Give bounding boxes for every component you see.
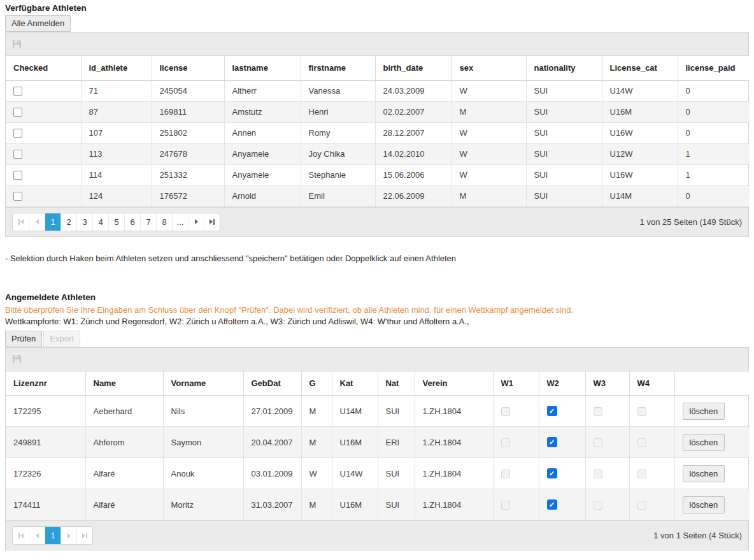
col-header-license-paid[interactable]: license_paid xyxy=(678,56,750,80)
col-header-verein[interactable]: Verein xyxy=(415,371,493,396)
available-athletes-table: Checked id_athlete license lastname firs… xyxy=(6,56,750,207)
next-page-button[interactable] xyxy=(188,213,204,231)
athlete-row[interactable]: 107 251802 Annen Romy 28.12.2007 W SUI U… xyxy=(6,122,750,143)
registered-row[interactable]: 174411 Alfaré Moritz 31.03.2007 M U16M S… xyxy=(6,489,750,521)
delete-button[interactable]: löschen xyxy=(683,434,725,451)
cell-license: 176572 xyxy=(152,185,224,206)
row-checkbox[interactable] xyxy=(13,129,22,138)
col-header-w1[interactable]: W1 xyxy=(493,371,539,396)
first-page-icon xyxy=(18,219,24,225)
more-pages-button[interactable]: ... xyxy=(172,213,188,231)
w4-checkbox xyxy=(637,501,646,510)
athlete-row[interactable]: 87 169811 Amstutz Henri 02.02.2007 M SUI… xyxy=(6,101,750,122)
col-header-nationality[interactable]: nationality xyxy=(526,56,602,80)
col-header-nat[interactable]: Nat xyxy=(378,371,415,396)
col-header-firstname[interactable]: firstname xyxy=(301,56,375,80)
col-header-w3[interactable]: W3 xyxy=(585,371,629,396)
last-page-icon xyxy=(210,219,215,225)
page-button-8[interactable]: 8 xyxy=(156,213,172,231)
page-button-5[interactable]: 5 xyxy=(108,213,124,231)
w2-checkbox[interactable] xyxy=(547,406,557,416)
col-header-name[interactable]: Name xyxy=(85,371,163,396)
w1-checkbox xyxy=(501,407,510,416)
row-checkbox[interactable] xyxy=(13,87,22,96)
col-header-lastname[interactable]: lastname xyxy=(224,56,301,80)
cell-license-cat: U14W xyxy=(602,80,678,101)
cell-lastname: Altherr xyxy=(224,80,301,101)
col-header-license[interactable]: license xyxy=(152,56,224,80)
delete-button[interactable]: löschen xyxy=(683,465,725,482)
cell-w4 xyxy=(629,458,674,489)
w2-checkbox[interactable] xyxy=(547,499,557,510)
col-header-w2[interactable]: W2 xyxy=(539,371,585,396)
delete-button[interactable]: löschen xyxy=(683,496,725,513)
athlete-row[interactable]: 113 247678 Anyamele Joy Chika 14.02.2010… xyxy=(6,143,750,164)
delete-button[interactable]: löschen xyxy=(683,403,725,420)
w2-checkbox[interactable] xyxy=(547,437,557,447)
col-header-gebdat[interactable]: GebDat xyxy=(243,371,301,396)
last-page-icon xyxy=(82,533,87,538)
row-checkbox[interactable] xyxy=(13,150,22,159)
cell-sex: W xyxy=(452,164,526,185)
cell-nat: ERI xyxy=(378,427,415,458)
cell-sex: M xyxy=(452,101,526,122)
check-button[interactable]: Prüfen xyxy=(5,331,42,347)
cell-name: Alfaré xyxy=(85,489,163,521)
cell-license: 245054 xyxy=(152,80,224,101)
cell-lizenznr: 174411 xyxy=(6,489,85,521)
cell-sex: W xyxy=(452,122,526,143)
row-checkbox[interactable] xyxy=(13,108,22,117)
cell-firstname: Joy Chika xyxy=(301,143,375,164)
col-header-g[interactable]: G xyxy=(301,371,332,396)
col-header-sex[interactable]: sex xyxy=(452,56,526,80)
col-header-lizenznr[interactable]: Lizenznr xyxy=(6,371,85,396)
cell-vorname: Moritz xyxy=(163,489,243,521)
athlete-row[interactable]: 114 251332 Anyamele Stephanie 15.06.2006… xyxy=(6,164,750,185)
cell-lastname: Amstutz xyxy=(224,101,301,122)
page-button-1[interactable]: 1 xyxy=(45,527,60,544)
athlete-row[interactable]: 124 176572 Arnold Emil 22.06.2009 M SUI … xyxy=(6,185,750,206)
col-header-vorname[interactable]: Vorname xyxy=(163,371,243,396)
cell-lastname: Annen xyxy=(224,122,301,143)
col-header-birth-date[interactable]: birth_date xyxy=(375,56,452,80)
page-button-6[interactable]: 6 xyxy=(124,213,140,231)
registered-row[interactable]: 172295 Aeberhard Nils 27.01.2009 M U14M … xyxy=(6,396,750,427)
col-header-w4[interactable]: W4 xyxy=(629,371,674,396)
row-checkbox[interactable] xyxy=(13,192,22,201)
col-header-kat[interactable]: Kat xyxy=(332,371,378,396)
athlete-row[interactable]: 71 245054 Altherr Vanessa 24.03.2009 W S… xyxy=(6,80,750,101)
cell-w2 xyxy=(539,458,585,489)
cell-license: 169811 xyxy=(152,101,224,122)
registered-athletes-title: Angemeldete Athleten xyxy=(5,292,749,302)
cell-checked xyxy=(6,164,81,185)
row-checkbox[interactable] xyxy=(13,171,22,180)
last-page-button[interactable] xyxy=(204,213,220,231)
col-header-license-cat[interactable]: License_cat xyxy=(602,56,678,80)
cell-w2 xyxy=(539,427,585,458)
cell-vorname: Nils xyxy=(163,396,243,427)
page-button-2[interactable]: 2 xyxy=(60,213,76,231)
cell-g: W xyxy=(301,458,332,489)
cell-sex: M xyxy=(452,185,526,206)
cell-actions: löschen xyxy=(674,396,750,427)
col-header-id-athlete[interactable]: id_athlete xyxy=(81,56,152,80)
registered-pager: 1 xyxy=(12,526,93,545)
cell-checked xyxy=(6,101,81,122)
registered-row[interactable]: 172326 Alfaré Anouk 03.01.2009 W U14W SU… xyxy=(6,458,750,489)
w2-checkbox[interactable] xyxy=(547,468,557,478)
col-header-checked[interactable]: Checked xyxy=(6,56,81,80)
cell-birth-date: 24.03.2009 xyxy=(375,80,452,101)
page-button-1[interactable]: 1 xyxy=(45,213,60,231)
first-page-button xyxy=(13,527,29,544)
cell-firstname: Emil xyxy=(301,185,375,206)
page-button-7[interactable]: 7 xyxy=(140,213,156,231)
cell-kat: U14W xyxy=(332,458,378,489)
cell-actions: löschen xyxy=(674,489,750,521)
page-button-4[interactable]: 4 xyxy=(92,213,108,231)
available-grid-toolbar xyxy=(6,32,748,56)
page-button-3[interactable]: 3 xyxy=(76,213,92,231)
prev-page-icon xyxy=(36,219,39,224)
registered-row[interactable]: 249891 Ahferom Saymon 20.04.2007 M U16M … xyxy=(6,427,750,458)
cell-license: 247678 xyxy=(152,143,224,164)
register-all-button[interactable]: Alle Anmelden xyxy=(5,15,71,32)
